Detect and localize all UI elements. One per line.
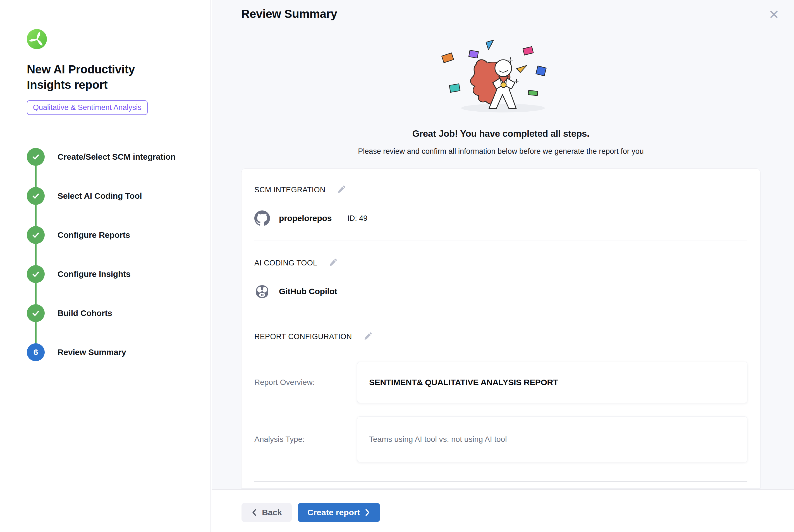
ai-tool-row: GitHub Copilot — [254, 284, 748, 299]
scm-integration-name: propelorepos — [279, 213, 332, 223]
step-review-summary[interactable]: 6 Review Summary — [27, 333, 194, 372]
edit-pencil-icon[interactable] — [336, 185, 346, 194]
section-divider — [254, 481, 748, 482]
step-number-badge: 6 — [27, 343, 45, 361]
analysis-type-row: Analysis Type: Teams using AI tool vs. n… — [254, 416, 748, 462]
section-divider — [254, 241, 748, 241]
analysis-type-label: Analysis Type: — [254, 435, 357, 444]
celebration-hero-illustration — [241, 37, 760, 119]
review-summary-panel: Review Summary ✕ — [212, 0, 794, 532]
report-type-badge: Qualitative & Sentiment Analysis — [27, 100, 148, 115]
github-copilot-icon — [254, 284, 270, 299]
wizard-title: New AI Productivity Insights report — [27, 62, 172, 92]
step-scm-integration[interactable]: Create/Select SCM integration — [27, 137, 194, 176]
chevron-right-icon — [364, 509, 371, 516]
analysis-type-value: Teams using AI tool vs. not using AI too… — [369, 435, 507, 444]
section-divider — [254, 314, 748, 314]
check-icon — [27, 226, 45, 244]
edit-pencil-icon[interactable] — [363, 332, 372, 341]
stepper: Create/Select SCM integration Select AI … — [27, 137, 194, 372]
check-icon — [27, 304, 45, 322]
report-overview-row: Report Overview: SENTIMENT& QUALITATIVE … — [254, 362, 748, 403]
back-button[interactable]: Back — [242, 503, 292, 522]
summary-card: SCM INTEGRATION propelorepos ID: 49 AI C… — [241, 168, 760, 489]
scm-integration-row: propelorepos ID: 49 — [254, 210, 748, 226]
github-octocat-icon — [254, 210, 270, 226]
ai-tool-section-label: AI CODING TOOL — [254, 259, 317, 267]
report-overview-label: Report Overview: — [254, 378, 357, 387]
check-icon — [27, 265, 45, 283]
report-config-section-label: REPORT CONFIGURATION — [254, 332, 352, 341]
congrats-heading: Great Job! You have completed all steps. — [241, 128, 760, 139]
step-build-cohorts[interactable]: Build Cohorts — [27, 293, 194, 333]
propeller-logo — [27, 29, 47, 49]
scm-section-header: SCM INTEGRATION — [254, 185, 748, 195]
step-configure-insights[interactable]: Configure Insights — [27, 254, 194, 293]
ai-tool-name: GitHub Copilot — [279, 287, 337, 296]
edit-pencil-icon[interactable] — [328, 258, 337, 268]
step-configure-reports[interactable]: Configure Reports — [27, 215, 194, 254]
check-icon — [27, 148, 45, 166]
scm-section-label: SCM INTEGRATION — [254, 186, 325, 194]
close-icon[interactable]: ✕ — [766, 7, 782, 22]
report-overview-value: SENTIMENT& QUALITATIVE ANALYSIS REPORT — [369, 378, 558, 387]
wizard-footer: Back Create report — [212, 489, 794, 532]
check-icon — [27, 187, 45, 205]
chevron-left-icon — [251, 509, 258, 516]
create-report-button[interactable]: Create report — [298, 503, 380, 522]
ai-tool-section-header: AI CODING TOOL — [254, 258, 748, 268]
report-config-section-header: REPORT CONFIGURATION — [254, 331, 748, 342]
scm-integration-id: ID: 49 — [347, 214, 367, 223]
page-title: Review Summary — [241, 7, 337, 21]
wizard-sidebar: New AI Productivity Insights report Qual… — [0, 0, 211, 532]
review-hint: Please review and confirm all informatio… — [241, 147, 760, 156]
report-overview-value-card: SENTIMENT& QUALITATIVE ANALYSIS REPORT — [357, 362, 748, 403]
step-ai-coding-tool[interactable]: Select AI Coding Tool — [27, 176, 194, 215]
wizard-screen: New AI Productivity Insights report Qual… — [0, 0, 794, 532]
analysis-type-value-card: Teams using AI tool vs. not using AI too… — [357, 416, 748, 462]
